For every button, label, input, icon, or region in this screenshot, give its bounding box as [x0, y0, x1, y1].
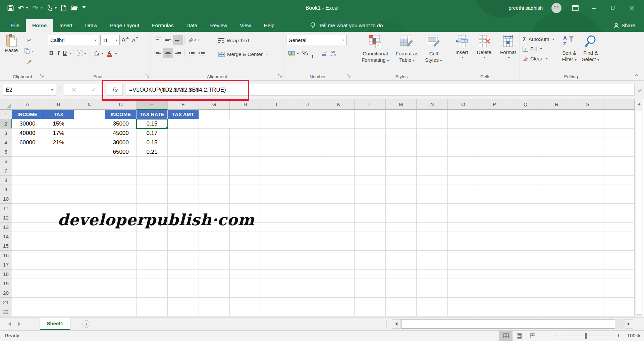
cell-H8[interactable]: [230, 176, 261, 185]
cell-B17[interactable]: [43, 260, 74, 270]
cell-J14[interactable]: [292, 232, 323, 241]
cell-Q11[interactable]: [510, 204, 541, 213]
vertical-scrollbar[interactable]: [635, 99, 643, 317]
cell-L7[interactable]: [355, 166, 386, 176]
row-header-5[interactable]: 5: [0, 147, 12, 157]
cell-C13[interactable]: [74, 223, 105, 232]
cell-N21[interactable]: [417, 298, 448, 307]
select-all-button[interactable]: [0, 99, 12, 110]
cell-E14[interactable]: [137, 232, 168, 241]
cell-C3[interactable]: [74, 129, 105, 138]
row-header-21[interactable]: 21: [0, 298, 12, 307]
cell-K10[interactable]: [323, 194, 355, 204]
column-header-O[interactable]: O: [448, 99, 479, 110]
cell-S12[interactable]: [572, 213, 603, 223]
fill-handle[interactable]: [166, 127, 168, 129]
align-bottom-icon[interactable]: [173, 35, 183, 45]
tab-formulas[interactable]: Formulas: [146, 19, 180, 32]
cell-O4[interactable]: [448, 138, 479, 147]
cell-F20[interactable]: [168, 288, 199, 298]
cell-L9[interactable]: [355, 185, 386, 194]
cell-J8[interactable]: [292, 176, 323, 185]
cell-D12[interactable]: [105, 213, 137, 223]
cell-G6[interactable]: [199, 157, 230, 166]
cell-clipped-4[interactable]: [603, 138, 635, 147]
cell-N18[interactable]: [417, 270, 448, 279]
cell-F5[interactable]: [168, 147, 199, 157]
touch-mode-icon[interactable]: [47, 5, 57, 11]
cell-clipped-7[interactable]: [603, 166, 635, 176]
align-left-icon[interactable]: [154, 48, 163, 58]
hscroll-left-icon[interactable]: [392, 319, 400, 329]
cell-E11[interactable]: [137, 204, 168, 213]
cell-I6[interactable]: [261, 157, 292, 166]
column-header-clipped[interactable]: [603, 99, 635, 110]
cell-C2[interactable]: [74, 119, 105, 129]
cell-B16[interactable]: [43, 251, 74, 260]
tab-home[interactable]: Home: [26, 19, 53, 32]
conditional-formatting-button[interactable]: ≠ ConditionalFormatting: [359, 34, 392, 64]
cell-Q13[interactable]: [510, 223, 541, 232]
cell-L5[interactable]: [355, 147, 386, 157]
tab-file[interactable]: File: [5, 19, 26, 32]
cell-K15[interactable]: [323, 241, 355, 251]
cell-C4[interactable]: [74, 138, 105, 147]
hscroll-right-icon[interactable]: [625, 319, 633, 329]
cell-B20[interactable]: [43, 288, 74, 298]
cell-N17[interactable]: [417, 260, 448, 270]
cell-clipped-22[interactable]: [603, 307, 635, 316]
cell-R20[interactable]: [541, 288, 573, 298]
cell-I14[interactable]: [261, 232, 292, 241]
cell-K14[interactable]: [323, 232, 355, 241]
cell-F2[interactable]: [168, 119, 199, 129]
wrap-text-button[interactable]: Wrap Text: [218, 35, 268, 46]
cell-A11[interactable]: [12, 204, 43, 213]
cell-I17[interactable]: [261, 260, 292, 270]
cell-O22[interactable]: [448, 307, 479, 316]
borders-icon[interactable]: [75, 48, 88, 58]
row-header-14[interactable]: 14: [0, 232, 12, 241]
cell-N9[interactable]: [417, 185, 448, 194]
cell-J12[interactable]: [292, 213, 323, 223]
insert-cells-button[interactable]: Insert: [453, 34, 471, 59]
cell-S1[interactable]: [572, 110, 603, 119]
cell-M12[interactable]: [386, 213, 417, 223]
cell-P8[interactable]: [479, 176, 510, 185]
sheet-tab-sheet1[interactable]: Sheet1: [40, 318, 70, 330]
horizontal-scrollbar[interactable]: [401, 319, 624, 329]
cell-O19[interactable]: [448, 279, 479, 288]
scroll-up-icon[interactable]: [635, 99, 643, 109]
cell-P16[interactable]: [479, 251, 510, 260]
name-box[interactable]: E2: [3, 84, 56, 96]
cell-D5[interactable]: 65000: [105, 147, 137, 157]
row-header-7[interactable]: 7: [0, 166, 12, 176]
cell-M8[interactable]: [386, 176, 417, 185]
column-header-I[interactable]: I: [261, 99, 292, 110]
cell-M20[interactable]: [386, 288, 417, 298]
cell-L4[interactable]: [355, 138, 386, 147]
cell-F3[interactable]: [168, 129, 199, 138]
cell-J21[interactable]: [292, 298, 323, 307]
cell-K20[interactable]: [323, 288, 355, 298]
cell-R9[interactable]: [541, 185, 573, 194]
decrease-font-icon[interactable]: A: [130, 35, 140, 45]
cell-G4[interactable]: [199, 138, 230, 147]
cell-O3[interactable]: [448, 129, 479, 138]
cell-D1[interactable]: INCOME: [105, 110, 137, 119]
cell-G3[interactable]: [199, 129, 230, 138]
save-icon[interactable]: [7, 5, 14, 11]
expand-formula-bar-icon[interactable]: [638, 87, 642, 93]
cell-A4[interactable]: 60000: [12, 138, 43, 147]
cell-E15[interactable]: [137, 241, 168, 251]
restore-button[interactable]: [608, 3, 618, 13]
cell-M17[interactable]: [386, 260, 417, 270]
cell-clipped-5[interactable]: [603, 147, 635, 157]
cell-O20[interactable]: [448, 288, 479, 298]
cell-G7[interactable]: [199, 166, 230, 176]
format-painter-icon[interactable]: [23, 57, 35, 67]
cell-Q20[interactable]: [510, 288, 541, 298]
share-button[interactable]: Share: [613, 19, 635, 32]
cell-S13[interactable]: [572, 223, 603, 232]
vertical-scroll-thumb[interactable]: [636, 110, 642, 314]
cut-icon[interactable]: ✂: [23, 35, 35, 45]
